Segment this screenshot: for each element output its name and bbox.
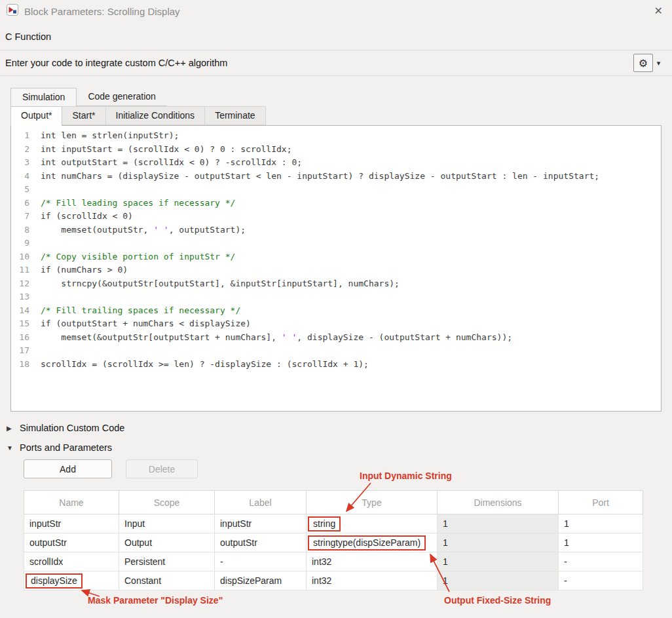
settings-gear-button[interactable]: ⚙: [633, 54, 653, 72]
code-line: if (scrollIdx < 0): [41, 210, 661, 223]
line-number: 16: [11, 331, 29, 345]
table-cell[interactable]: -: [215, 552, 307, 571]
line-number: 3: [11, 156, 29, 170]
table-cell[interactable]: inputStr: [24, 514, 119, 533]
sub-tabs: Output*Start*Initialize ConditionsTermin…: [10, 106, 672, 125]
code-line: scrollIdx = (scrollIdx >= len) ? -displa…: [41, 358, 661, 372]
settings-control: ⚙ ▾: [633, 54, 664, 72]
table-cell[interactable]: dispSizeParam: [215, 571, 307, 590]
table-cell[interactable]: Persistent: [119, 552, 215, 571]
column-header-label: Label: [215, 491, 307, 514]
code-editor[interactable]: 123456789101112131415161718 int len = st…: [10, 125, 662, 412]
annotation-mask-parameter: Mask Parameter "Display Size": [88, 595, 223, 606]
column-header-port: Port: [559, 491, 643, 514]
column-header-scope: Scope: [119, 491, 215, 514]
code-line: int inputStart = (scrollIdx < 0) ? 0 : s…: [41, 143, 661, 157]
table-cell[interactable]: 1: [438, 533, 559, 552]
code-line: strncpy(&outputStr[outputStart], &inputS…: [41, 277, 661, 291]
table-row[interactable]: outputStrOutputoutputStrstringtype(dispS…: [24, 533, 643, 552]
line-number: 1: [11, 129, 29, 143]
annotation-input-dynamic-string: Input Dynamic String: [360, 471, 452, 481]
code-line: [41, 183, 661, 197]
column-header-name: Name: [24, 491, 119, 514]
column-header-type: Type: [307, 491, 438, 514]
ports-table: NameScopeLabelTypeDimensionsPort inputSt…: [24, 490, 643, 590]
line-number: 7: [11, 210, 29, 223]
table-cell[interactable]: inputStr: [215, 514, 307, 533]
description-text: Enter your code to integrate custom C/C+…: [5, 58, 227, 68]
table-cell[interactable]: 1: [559, 514, 643, 533]
table-row[interactable]: displaySizeConstantdispSizeParamint321-: [24, 571, 643, 590]
collapsed-triangle-icon: ▶: [7, 425, 14, 432]
code-area[interactable]: int len = strlen(inputStr);int inputStar…: [35, 126, 661, 411]
line-numbers: 123456789101112131415161718: [11, 126, 35, 411]
table-cell[interactable]: outputStr: [215, 533, 307, 552]
close-icon[interactable]: ✕: [654, 6, 663, 16]
line-number: 6: [11, 197, 29, 210]
table-cell[interactable]: 1: [438, 552, 559, 571]
code-line: int numChars = (displaySize - outputStar…: [41, 170, 661, 183]
table-cell[interactable]: displaySize: [24, 571, 119, 590]
code-line: memset(&outputStr[outputStart + numChars…: [41, 331, 661, 345]
expanded-triangle-icon: ▼: [7, 444, 14, 452]
main-tabs: SimulationCode generation: [10, 88, 672, 106]
subtab-initialize-conditions[interactable]: Initialize Conditions: [106, 106, 206, 125]
line-number: 18: [11, 358, 29, 372]
table-cell[interactable]: -: [559, 571, 643, 590]
settings-dropdown-button[interactable]: ▾: [653, 54, 664, 72]
code-line: memset(outputStr, ' ', outputStart);: [41, 223, 661, 237]
highlight-box: stringtype(dispSizeParam): [308, 535, 426, 550]
table-cell[interactable]: outputStr: [24, 533, 119, 552]
add-button[interactable]: Add: [24, 459, 112, 478]
table-body: inputStrInputinputStrstring11outputStrOu…: [24, 514, 643, 590]
line-number: 11: [11, 263, 29, 277]
subtab-terminate[interactable]: Terminate: [205, 106, 265, 125]
tab-code-generation[interactable]: Code generation: [77, 88, 167, 106]
table-cell[interactable]: int32: [307, 552, 438, 571]
table-cell[interactable]: Output: [119, 533, 215, 552]
subtab-start[interactable]: Start*: [62, 106, 105, 125]
line-number: 5: [11, 183, 29, 197]
table-cell[interactable]: stringtype(dispSizeParam): [307, 533, 438, 552]
table-cell[interactable]: 1: [559, 533, 643, 552]
block-parameters-dialog: Block Parameters: Scrolling Display ✕ C …: [0, 0, 672, 618]
code-line: [41, 290, 661, 304]
simulink-block-icon: [7, 4, 18, 18]
table-cell[interactable]: 1: [438, 514, 559, 533]
ports-panel: Add Delete Input Dynamic String NameScop…: [0, 456, 672, 617]
line-number: 12: [11, 277, 29, 291]
line-number: 17: [11, 344, 29, 358]
delete-button[interactable]: Delete: [126, 459, 198, 478]
highlight-box: displaySize: [26, 573, 83, 589]
subtab-output[interactable]: Output*: [10, 106, 62, 126]
gear-icon: ⚙: [639, 57, 648, 69]
annotation-output-fixed-string: Output Fixed-Size String: [444, 595, 551, 606]
code-line: /* Copy visible portion of inputStr */: [41, 250, 661, 264]
table-cell[interactable]: -: [559, 552, 643, 571]
description-row: Enter your code to integrate custom C/C+…: [0, 50, 672, 75]
table-cell[interactable]: int32: [307, 571, 438, 590]
window-title: Block Parameters: Scrolling Display: [24, 6, 180, 17]
table-cell[interactable]: 1: [438, 571, 559, 590]
table-cell[interactable]: Constant: [119, 571, 215, 590]
line-number: 14: [11, 304, 29, 318]
tab-simulation[interactable]: Simulation: [10, 88, 77, 106]
column-header-dimensions: Dimensions: [438, 491, 559, 514]
section-label: Simulation Custom Code: [20, 423, 124, 433]
section-ports-and-parameters[interactable]: ▼ Ports and Parameters: [0, 439, 672, 456]
table-cell[interactable]: string: [307, 514, 438, 533]
code-line: int outputStart = (scrollIdx < 0) ? -scr…: [41, 156, 661, 170]
code-line: [41, 344, 661, 358]
table-cell[interactable]: Input: [119, 514, 215, 533]
section-simulation-custom-code[interactable]: ▶ Simulation Custom Code: [0, 419, 672, 436]
code-line: int len = strlen(inputStr);: [41, 129, 661, 143]
table-cell[interactable]: scrollIdx: [24, 552, 119, 571]
code-line: if (outputStart + numChars < displaySize…: [41, 317, 661, 331]
line-number: 9: [11, 237, 29, 250]
line-number: 2: [11, 143, 29, 157]
table-header: NameScopeLabelTypeDimensionsPort: [24, 491, 643, 514]
table-row[interactable]: inputStrInputinputStrstring11: [24, 514, 643, 533]
table-row[interactable]: scrollIdxPersistent-int321-: [24, 552, 643, 571]
divider: [0, 75, 672, 76]
line-number: 13: [11, 290, 29, 304]
